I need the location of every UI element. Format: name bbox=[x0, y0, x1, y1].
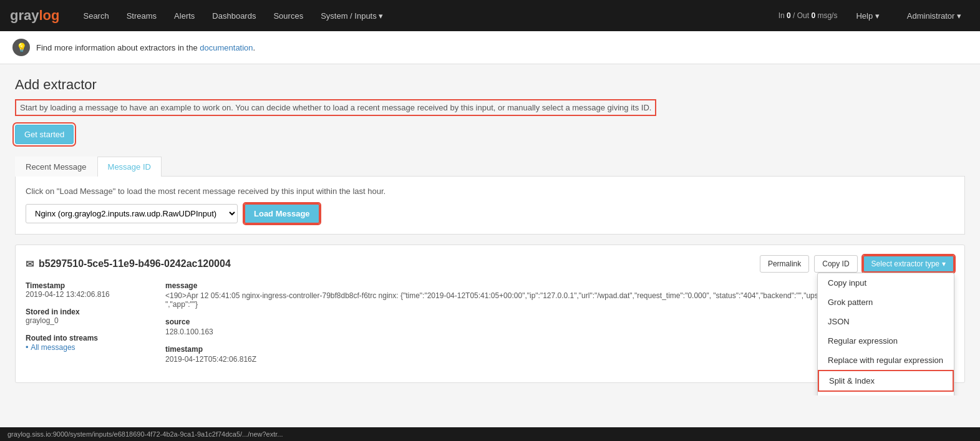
brand-gray: gray bbox=[10, 7, 39, 23]
message-card: ✉ b5297510-5ce5-11e9-b496-0242ac120004 P… bbox=[15, 245, 965, 383]
message-id: ✉ b5297510-5ce5-11e9-b496-0242ac120004 bbox=[26, 258, 231, 270]
dropdown-item-grok[interactable]: Grok pattern bbox=[818, 293, 954, 312]
all-messages-link[interactable]: All messages bbox=[31, 343, 75, 352]
input-select[interactable]: Nginx (org.graylog2.inputs.raw.udp.RawUD… bbox=[26, 204, 238, 223]
dropdown-item-json[interactable]: JSON bbox=[818, 312, 954, 331]
meta-timestamp: Timestamp 2019-04-12 13:42:06.816 bbox=[26, 281, 150, 299]
meta-stored-in-index: Stored in index graylog_0 bbox=[26, 308, 150, 325]
message-actions: Permalink Copy ID Select extractor type … bbox=[760, 255, 954, 273]
message-meta: Timestamp 2019-04-12 13:42:06.816 Stored… bbox=[26, 281, 150, 372]
admin-menu[interactable]: Administrator ▾ bbox=[898, 0, 970, 31]
nav-streams[interactable]: Streams bbox=[118, 0, 165, 31]
meta-routed-into-streams: Routed into streams • All messages bbox=[26, 334, 150, 352]
caret-icon: ▾ bbox=[942, 259, 946, 268]
extractor-dropdown-container: Select extractor type ▾ Copy input Grok … bbox=[863, 255, 954, 273]
dropdown-item-split-index[interactable]: Split & Index bbox=[818, 370, 954, 392]
nav-right: In 0 / Out 0 msg/s Help ▾ Administrator … bbox=[779, 0, 970, 31]
dropdown-item-replace-regex[interactable]: Replace with regular expression bbox=[818, 351, 954, 370]
info-banner: 💡 Find more information about extractors… bbox=[0, 31, 980, 64]
brand-log: log bbox=[39, 7, 59, 23]
dropdown-item-substring[interactable]: Substring bbox=[818, 392, 954, 395]
nav-search[interactable]: Search bbox=[74, 0, 117, 31]
copy-id-button[interactable]: Copy ID bbox=[814, 255, 857, 273]
envelope-icon: ✉ bbox=[26, 258, 34, 270]
tab-message-id[interactable]: Message ID bbox=[97, 157, 162, 177]
nav-sources[interactable]: Sources bbox=[264, 0, 312, 31]
nav-alerts[interactable]: Alerts bbox=[165, 0, 203, 31]
info-icon: 💡 bbox=[12, 39, 30, 56]
help-menu[interactable]: Help ▾ bbox=[847, 0, 888, 31]
load-message-button[interactable]: Load Message bbox=[244, 203, 320, 224]
extractor-dropdown-menu: Copy input Grok pattern JSON Regular exp… bbox=[817, 273, 954, 395]
documentation-link[interactable]: documentation bbox=[200, 43, 253, 52]
description-text: Start by loading a message to have an ex… bbox=[15, 99, 656, 116]
tabs: Recent Message Message ID bbox=[15, 157, 965, 177]
main-content: Add extractor Start by loading a message… bbox=[0, 64, 980, 395]
dropdown-item-regex[interactable]: Regular expression bbox=[818, 331, 954, 351]
load-message-row: Nginx (org.graylog2.inputs.raw.udp.RawUD… bbox=[26, 203, 954, 224]
tab-content: Click on "Load Message" to load the most… bbox=[15, 177, 965, 235]
message-header: ✉ b5297510-5ce5-11e9-b496-0242ac120004 P… bbox=[26, 255, 954, 273]
brand-logo[interactable]: graylog bbox=[10, 7, 59, 24]
nav-dashboards[interactable]: Dashboards bbox=[203, 0, 264, 31]
page-title: Add extractor bbox=[15, 77, 965, 93]
msg-count: In 0 / Out 0 msg/s bbox=[779, 11, 838, 20]
select-extractor-button[interactable]: Select extractor type ▾ bbox=[863, 255, 954, 273]
info-text: Find more information about extractors i… bbox=[36, 43, 255, 52]
dropdown-item-copy-input[interactable]: Copy input bbox=[818, 273, 954, 293]
tab-hint: Click on "Load Message" to load the most… bbox=[26, 187, 954, 196]
tab-recent-message[interactable]: Recent Message bbox=[15, 157, 97, 177]
navbar: graylog Search Streams Alerts Dashboards… bbox=[0, 0, 980, 31]
bullet-icon: • bbox=[26, 342, 29, 352]
get-started-button[interactable]: Get started bbox=[15, 125, 74, 144]
permalink-button[interactable]: Permalink bbox=[760, 255, 809, 273]
message-body: Timestamp 2019-04-12 13:42:06.816 Stored… bbox=[26, 281, 954, 372]
nav-links: Search Streams Alerts Dashboards Sources… bbox=[74, 0, 778, 31]
nav-system-inputs[interactable]: System / Inputs ▾ bbox=[312, 0, 392, 31]
